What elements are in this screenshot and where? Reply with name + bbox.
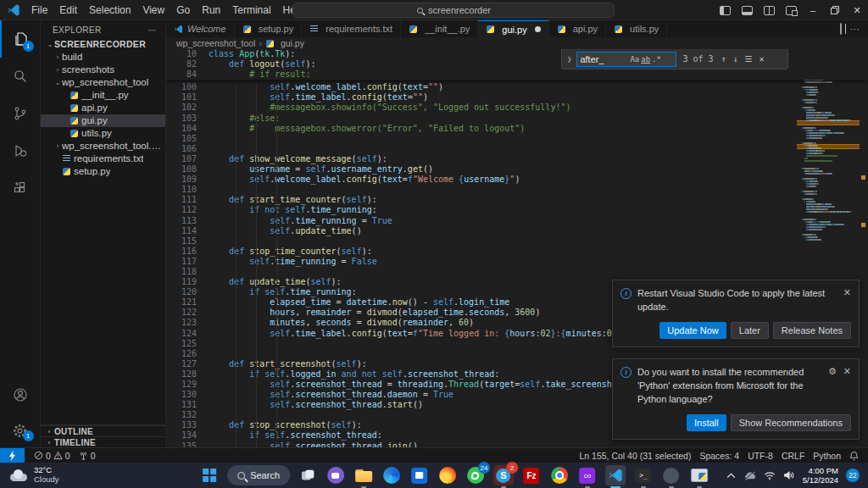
encoding[interactable]: UTF-8: [743, 448, 777, 463]
code-line-105[interactable]: 105: [166, 134, 868, 144]
vscode-taskbar-button[interactable]: [605, 465, 626, 485]
tree-item-build[interactable]: ›build: [41, 51, 165, 64]
code-line-114[interactable]: 114 self.update_time(): [166, 226, 868, 236]
menu-selection[interactable]: Selection: [83, 0, 136, 20]
terminal-button[interactable]: >_: [633, 465, 654, 485]
tree-item-__init__.py[interactable]: __init__.py: [41, 89, 165, 102]
weather-widget[interactable]: 32°C Cloudy: [0, 466, 144, 485]
cursor-position[interactable]: Ln 155, Col 40 (31 selected): [576, 448, 696, 463]
layout-customize[interactable]: [780, 0, 802, 20]
window-minimize-button[interactable]: –: [802, 0, 824, 20]
tab-setup-py[interactable]: setup.py: [235, 20, 303, 37]
sidebar-more-actions-icon[interactable]: ⋯: [148, 25, 157, 35]
wifi-icon[interactable]: [764, 471, 776, 480]
menu-go[interactable]: Go: [170, 0, 196, 20]
code-line-107[interactable]: 107 def show_welcome_message(self):: [166, 154, 868, 164]
search-sidebar-icon[interactable]: [0, 58, 41, 95]
install-button[interactable]: Install: [687, 414, 726, 431]
breadcrumb-folder[interactable]: wp_screenshot_tool: [176, 38, 255, 48]
code-line-109[interactable]: 109 self.welcome_label.config(text=f"Wel…: [166, 175, 868, 185]
code-line-112[interactable]: 112 if not self.time_running:: [166, 205, 868, 215]
code-line-118[interactable]: 118: [166, 267, 868, 277]
tab-api-py[interactable]: api.py: [549, 20, 606, 37]
tab-requirements-txt[interactable]: requirements.txt: [302, 20, 401, 37]
notification-close-icon[interactable]: ✕: [843, 287, 851, 298]
explorer-icon[interactable]: 1: [0, 20, 41, 58]
release-notes-button[interactable]: Release Notes: [773, 322, 851, 339]
find-close-icon[interactable]: ✕: [758, 54, 766, 64]
match-case-icon[interactable]: Aa: [629, 55, 640, 64]
tree-item-requirements.txt[interactable]: requirements.txt: [41, 152, 165, 165]
whole-word-icon[interactable]: ab: [640, 55, 651, 64]
split-editor-icon[interactable]: [840, 24, 842, 34]
tray-chevron-up-icon[interactable]: [726, 473, 736, 479]
whatsapp-button[interactable]: 24: [465, 465, 486, 485]
tab-utils-py[interactable]: utils.py: [606, 20, 667, 37]
menu-run[interactable]: Run: [196, 0, 226, 20]
taskbar-search[interactable]: Search: [227, 465, 290, 485]
tree-item-api.py[interactable]: api.py: [41, 102, 165, 114]
eol-sequence[interactable]: CRLF: [777, 448, 809, 463]
tree-item-wp_screenshot_tool.egg-info[interactable]: ›wp_screenshot_tool.egg-info: [41, 140, 165, 152]
notification-close-icon[interactable]: ✕: [843, 366, 851, 377]
edge-browser-button[interactable]: [381, 465, 402, 485]
task-view-button[interactable]: [298, 465, 318, 485]
chrome-button[interactable]: [549, 465, 570, 485]
code-line-135[interactable]: 135 self.screenshot_thread.join(): [166, 441, 868, 447]
tree-item-utils.py[interactable]: utils.py: [41, 127, 165, 140]
tray-clock[interactable]: 4:00 PM 5/12/2024: [803, 466, 838, 485]
code-line-111[interactable]: 111 def start_time_counter(self):: [166, 195, 868, 205]
ports-indicator[interactable]: 0: [75, 448, 100, 463]
source-control-icon[interactable]: [0, 95, 41, 132]
firefox-button[interactable]: [437, 465, 458, 485]
tree-item-screenshots[interactable]: ›screenshots: [41, 64, 165, 76]
filezilla-button[interactable]: Fz: [521, 465, 542, 485]
notifications-bell-icon[interactable]: [845, 448, 863, 463]
gimp-button[interactable]: [661, 465, 682, 485]
code-line-106[interactable]: 106: [166, 144, 868, 154]
code-line-108[interactable]: 108 username = self.username_entry.get(): [166, 164, 868, 175]
run-debug-icon[interactable]: [0, 132, 41, 169]
code-line-104[interactable]: 104 # messagebox.showerror("Error", "Fai…: [166, 124, 868, 134]
later-button[interactable]: Later: [731, 322, 769, 339]
menu-view[interactable]: View: [136, 0, 170, 20]
tree-item-gui.py[interactable]: gui.py: [41, 114, 165, 127]
purple-app-button[interactable]: co: [577, 465, 598, 485]
code-line-113[interactable]: 113 self.time_running = True: [166, 216, 868, 226]
tree-item-setup.py[interactable]: setup.py: [41, 165, 165, 178]
find-previous-icon[interactable]: ↑: [720, 54, 728, 64]
notification-count-badge[interactable]: 22: [846, 469, 860, 482]
find-collapse-icon[interactable]: ❯: [565, 55, 573, 64]
code-line-117[interactable]: 117 self.time_running = False: [166, 257, 868, 267]
breadcrumb-file[interactable]: gui.py: [281, 38, 304, 48]
code-line-84[interactable]: 84 # if result:: [166, 69, 868, 80]
extensions-icon[interactable]: [0, 169, 41, 207]
show-recommendations-button[interactable]: Show Recommendations: [731, 414, 851, 431]
window-restore-button[interactable]: [824, 0, 846, 20]
menu-terminal[interactable]: Terminal: [226, 0, 276, 20]
window-close-button[interactable]: ✕: [846, 0, 868, 20]
layout-panel-toggle[interactable]: [736, 0, 758, 20]
regex-icon[interactable]: .*: [651, 55, 662, 64]
editor-more-actions-icon[interactable]: ⋯: [850, 24, 860, 35]
project-root-screenrecorder[interactable]: ⌄SCREENRECORDER: [41, 38, 165, 51]
layout-split-editor[interactable]: [758, 0, 780, 20]
microsoft-store-button[interactable]: [409, 465, 430, 485]
layout-sidebar-toggle[interactable]: [714, 0, 736, 20]
language-mode[interactable]: Python: [809, 448, 845, 463]
find-in-selection-icon[interactable]: ☰: [743, 54, 754, 64]
menu-edit[interactable]: Edit: [53, 0, 83, 20]
code-line-100[interactable]: 100 self.welcome_label.config(text=""): [166, 82, 868, 92]
onedrive-paused-icon[interactable]: [743, 471, 756, 480]
menu-file[interactable]: File: [25, 0, 53, 20]
start-button[interactable]: [199, 465, 220, 485]
outline-panel[interactable]: ›OUTLINE: [41, 425, 165, 436]
account-icon[interactable]: [0, 376, 41, 413]
tab-init-py[interactable]: __init__.py: [401, 20, 478, 37]
timeline-panel[interactable]: ›TIMELINE: [41, 436, 165, 447]
tab-gui-py[interactable]: gui.py: [478, 20, 548, 37]
settings-gear-icon[interactable]: 1: [0, 413, 41, 447]
code-line-102[interactable]: 102 #messagebox.showinfo("Success", "Log…: [166, 103, 868, 113]
breadcrumb[interactable]: wp_screenshot_tool › gui.py: [166, 37, 868, 49]
command-center[interactable]: screenrecorder: [292, 3, 615, 18]
